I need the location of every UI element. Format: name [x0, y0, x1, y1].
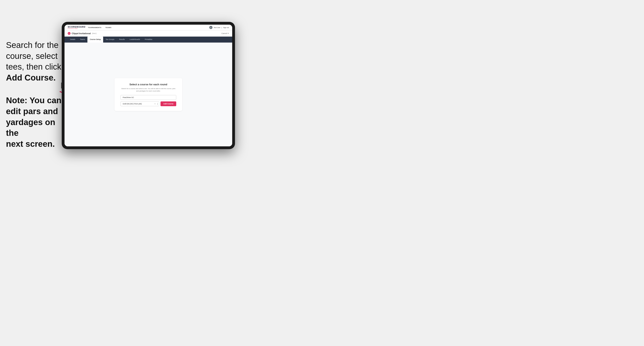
user-area: R Test User | Sign out — [209, 26, 229, 29]
tab-course-setup[interactable]: Course Setup — [88, 37, 103, 42]
main-nav: TOURNAMENTS TEAMS — [88, 27, 111, 28]
logo-sub: Powered by clippd — [68, 28, 86, 29]
tournament-header: C Clippd Invitational (Men) Cancel ✕ — [64, 30, 232, 37]
tournament-title: C Clippd Invitational (Men) — [68, 32, 96, 35]
tab-printables[interactable]: Printables — [142, 37, 155, 42]
card-subtitle: Search for a course and select a tee. Yo… — [120, 87, 176, 92]
tab-tee-groups[interactable]: Tee Groups — [103, 37, 117, 42]
tournament-icon: C — [68, 32, 70, 35]
nav-teams[interactable]: TEAMS — [105, 27, 112, 28]
tab-results[interactable]: Results — [117, 37, 127, 42]
card-title: Select a course for each round — [120, 83, 176, 86]
tee-select-row: Gold (M) (M) (7010 yds) ✕ ▲ ▼ Add Course — [120, 101, 176, 106]
add-course-button[interactable]: Add Course — [160, 101, 176, 106]
main-content: Select a course for each round Search fo… — [64, 42, 232, 146]
tablet-device: SCOREBOARD Powered by clippd TOURNAMENTS… — [62, 22, 235, 149]
tournament-tag: (Men) — [92, 32, 96, 34]
nav-left: SCOREBOARD Powered by clippd TOURNAMENTS… — [68, 26, 112, 29]
instruction-text: Search for the course, select tees, then… — [6, 40, 61, 82]
tab-leaderboards[interactable]: Leaderboards — [127, 37, 142, 42]
user-name: Test User — [214, 27, 220, 28]
top-nav: SCOREBOARD Powered by clippd TOURNAMENTS… — [64, 25, 232, 30]
tee-select[interactable]: Gold (M) (M) (7010 yds) — [120, 101, 159, 106]
tab-teams[interactable]: Teams — [78, 37, 88, 42]
logo-area: SCOREBOARD Powered by clippd — [68, 26, 86, 29]
nav-separator: | — [222, 27, 222, 28]
nav-tournaments[interactable]: TOURNAMENTS — [88, 27, 101, 28]
tab-bar: Details Teams Course Setup Tee Groups Re… — [64, 37, 232, 42]
cancel-button[interactable]: Cancel ✕ — [222, 32, 229, 34]
note-text: Note: You can edit pars and yardages on … — [6, 95, 64, 149]
tee-select-wrapper: Gold (M) (M) (7010 yds) ✕ ▲ ▼ — [120, 101, 159, 106]
tab-details[interactable]: Details — [68, 37, 78, 42]
tee-clear-button[interactable]: ✕ — [154, 103, 156, 105]
tablet-side-button — [61, 83, 62, 88]
course-search-input[interactable] — [120, 95, 176, 100]
tablet-screen: SCOREBOARD Powered by clippd TOURNAMENTS… — [64, 25, 232, 146]
signout-link[interactable]: Sign out — [223, 27, 229, 28]
user-avatar: R — [209, 26, 212, 29]
course-setup-card: Select a course for each round Search fo… — [114, 78, 182, 111]
instructions-panel: Search for the course, select tees, then… — [6, 40, 64, 149]
tournament-name: Clippd Invitational — [72, 32, 90, 35]
